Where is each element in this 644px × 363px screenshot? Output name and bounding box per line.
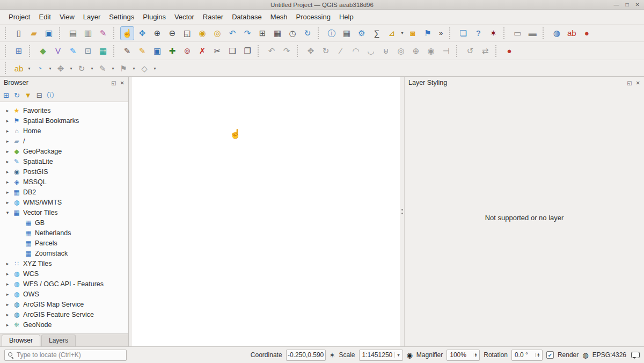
layer-labeling-icon[interactable]: ab	[12, 61, 26, 75]
float-panel-icon[interactable]: ◱	[111, 80, 116, 86]
copy-style-icon[interactable]: ▭	[510, 26, 524, 40]
menu-item[interactable]: Layer	[79, 11, 105, 23]
geocoding-icon[interactable]: ab	[565, 26, 579, 40]
rotation-spinbox[interactable]: 0.0 ° ▴ ▾	[511, 350, 543, 361]
locate-bar[interactable]	[4, 350, 127, 361]
new-mesh-layer-icon[interactable]: ▦	[96, 44, 110, 58]
paste-style-icon[interactable]: ▬	[525, 26, 539, 40]
browser-tree-item[interactable]: ▸ ◍ ArcGIS Map Service	[0, 299, 128, 309]
browser-tree-item[interactable]: ▸ ◆ GeoPackage	[0, 146, 128, 156]
expander-icon[interactable]: ▸	[3, 149, 12, 154]
save-layer-edits-icon[interactable]: ▣	[150, 44, 164, 58]
identify-features-icon[interactable]: ⓘ	[325, 26, 339, 40]
pan-map-icon[interactable]: ☝	[120, 26, 134, 40]
plugin-icon[interactable]: ●	[502, 44, 516, 58]
chevron-down-icon[interactable]: ▾	[394, 352, 400, 358]
style-manager-icon[interactable]: ✎	[96, 26, 110, 40]
new-shapefile-layer-icon[interactable]: V	[51, 44, 65, 58]
redo-icon[interactable]: ↷	[280, 44, 294, 58]
offset-point-symbols-icon[interactable]: ⇄	[478, 44, 492, 58]
rotate-point-symbols-icon[interactable]: ↺	[463, 44, 477, 58]
render-checkbox[interactable]: ✔	[546, 351, 554, 359]
scale-combo[interactable]: 1:1451250 ▾	[359, 350, 403, 361]
show-hidden-labels-dropdown-icon[interactable]: ▾	[152, 66, 158, 71]
menu-item[interactable]: Raster	[199, 11, 228, 23]
extents-icon[interactable]: ✶	[330, 352, 335, 359]
new-spatialite-layer-icon[interactable]: ✎	[66, 44, 80, 58]
expander-icon[interactable]: ▸	[3, 312, 12, 317]
statistical-summary-icon[interactable]: ∑	[370, 26, 384, 40]
coordinate-box[interactable]: -0.250,0.590	[286, 350, 326, 361]
browser-tree-item[interactable]: ▸ ★ Favorites	[0, 105, 128, 115]
menu-item[interactable]: Project	[4, 11, 34, 23]
copy-features-icon[interactable]: ❏	[225, 44, 239, 58]
vertex-tool-icon[interactable]: ⊚	[180, 44, 194, 58]
offset-curve-icon[interactable]: ◡	[364, 44, 378, 58]
layer-diagram-icon[interactable]: ◔	[33, 61, 47, 75]
change-label-dropdown-icon[interactable]: ▾	[110, 66, 116, 71]
data-source-manager-icon[interactable]: ⊞	[12, 44, 26, 58]
expander-icon[interactable]: ▸	[3, 261, 12, 266]
trim-extend-icon[interactable]: ⊣	[439, 44, 453, 58]
spinner-arrows[interactable]: ▴ ▾	[535, 353, 539, 357]
browser-tree-item[interactable]: ▦ Parcels	[0, 238, 128, 248]
save-project-icon[interactable]: ▣	[42, 26, 56, 40]
new-project-icon[interactable]: ▯	[12, 26, 26, 40]
reshape-features-icon[interactable]: ◠	[349, 44, 363, 58]
zoom-to-selection-icon[interactable]: ◉	[195, 26, 209, 40]
browser-tree-item[interactable]: ▸ ∷ XYZ Tiles	[0, 258, 128, 268]
browser-tree-item[interactable]: ▸ ◍ ArcGIS Feature Service	[0, 309, 128, 320]
rotate-label-dropdown-icon[interactable]: ▾	[89, 66, 95, 71]
spin-down-icon[interactable]: ▾	[537, 355, 539, 357]
expander-icon[interactable]: ▸	[3, 190, 12, 195]
panel-tab[interactable]: Browser	[2, 335, 40, 346]
rotate-feature-icon[interactable]: ↻	[319, 44, 333, 58]
new-3d-map-view-icon[interactable]: ▦	[270, 26, 284, 40]
browser-tree-item[interactable]: ▸ ⌂ Home	[0, 126, 128, 136]
browser-tree-item[interactable]: ▸ ✎ SpatiaLite	[0, 156, 128, 166]
open-project-icon[interactable]: ▰	[27, 26, 41, 40]
debugging-tools-icon[interactable]: ✶	[486, 26, 500, 40]
fill-ring-icon[interactable]: ◉	[424, 44, 438, 58]
merge-features-icon[interactable]: ⊎	[379, 44, 393, 58]
menu-item[interactable]: Mesh	[266, 11, 292, 23]
browser-tree-item[interactable]: ▸ ◍ WFS / OGC API - Features	[0, 279, 128, 289]
browser-tree-item[interactable]: ▸ ▦ DB2	[0, 187, 128, 197]
current-edits-icon[interactable]: ✎	[120, 44, 134, 58]
menu-item[interactable]: Processing	[292, 11, 335, 23]
zoom-to-layer-icon[interactable]: ◎	[210, 26, 224, 40]
new-print-layout-icon[interactable]: ▤	[66, 26, 80, 40]
expander-icon[interactable]: ▸	[3, 302, 12, 307]
cut-features-icon[interactable]: ✂	[210, 44, 224, 58]
refresh-map-icon[interactable]: ↻	[301, 26, 314, 40]
browser-tree-item[interactable]: ▸ ◍ WMS/WMTS	[0, 197, 128, 207]
open-attribute-table-icon[interactable]: ▦	[340, 26, 354, 40]
new-map-view-icon[interactable]: ⊞	[255, 26, 269, 40]
browser-tree-item[interactable]: ▸ ◈ MSSQL	[0, 177, 128, 187]
browser-tree-item[interactable]: ▸ ◉ PostGIS	[0, 166, 128, 177]
expander-icon[interactable]: ▸	[3, 118, 12, 124]
menu-item[interactable]: Settings	[105, 11, 138, 23]
messages-icon[interactable]	[631, 352, 640, 358]
help-icon[interactable]: ?	[471, 26, 485, 40]
move-label-icon[interactable]: ✥	[54, 61, 68, 75]
move-label-dropdown-icon[interactable]: ▾	[68, 66, 74, 71]
expander-icon[interactable]: ▾	[3, 210, 12, 215]
add-feature-icon[interactable]: ✚	[165, 44, 179, 58]
pan-to-selection-icon[interactable]: ✥	[135, 26, 149, 40]
temporal-controller-icon[interactable]: ◷	[286, 26, 299, 40]
spinner-arrows[interactable]: ▴ ▾	[473, 353, 477, 357]
browser-tree-item[interactable]: ▦ GB	[0, 217, 128, 228]
paste-features-icon[interactable]: ❐	[240, 44, 254, 58]
zoom-in-icon[interactable]: ⊕	[150, 26, 164, 40]
zoom-next-icon[interactable]: ↷	[240, 26, 254, 40]
right-splitter[interactable]	[400, 77, 404, 346]
magnifier-spinbox[interactable]: 100% ▴ ▾	[447, 350, 480, 361]
add-selected-layers-icon[interactable]: ⊞	[3, 92, 9, 99]
expander-icon[interactable]: ▸	[3, 292, 12, 297]
close-panel-icon[interactable]: ✕	[636, 80, 640, 86]
minimize-button[interactable]: —	[614, 2, 619, 8]
expander-icon[interactable]: ▸	[3, 139, 12, 144]
close-panel-icon[interactable]: ✕	[120, 80, 125, 86]
export-map-icon[interactable]: ❏	[456, 26, 470, 40]
